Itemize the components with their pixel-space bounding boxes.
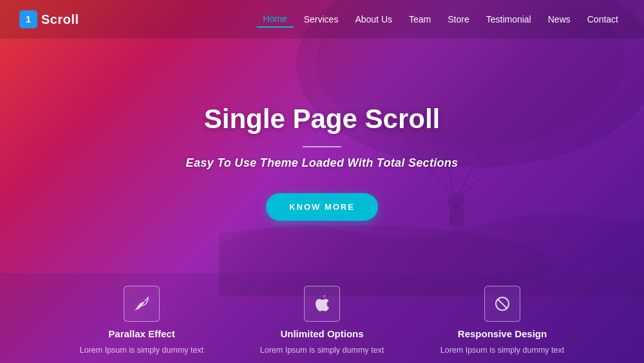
hero-divider [303, 146, 341, 147]
nav-contact[interactable]: Contact [581, 12, 625, 27]
no-symbol-icon [495, 296, 510, 312]
responsive-desc: Lorem Ipsum is simply dummy text [440, 346, 564, 355]
parallax-desc: Lorem Ipsum is simply dummy text [80, 346, 204, 355]
nav-news[interactable]: News [542, 12, 577, 27]
logo: 1 Scroll [19, 10, 79, 28]
navigation: Home Services About Us Team Store Testim… [256, 11, 625, 28]
logo-text: Scroll [41, 12, 79, 27]
nav-services[interactable]: Services [298, 12, 345, 27]
unlimited-desc: Lorem Ipsum is simply dummy text [260, 346, 384, 355]
feature-unlimited: Unlimited Options Lorem Ipsum is simply … [251, 286, 393, 355]
feature-parallax: Parallax Effect Lorem Ipsum is simply du… [71, 286, 213, 355]
nav-store[interactable]: Store [441, 12, 475, 27]
know-more-button[interactable]: KNOW MORE [266, 193, 378, 221]
responsive-title: Responsive Design [458, 328, 547, 339]
hero-subtitle: Easy To Use Theme Loaded With Total Sect… [186, 156, 459, 170]
parallax-icon-box [124, 286, 160, 322]
unlimited-icon-box [304, 286, 340, 322]
leaf-icon [134, 296, 149, 312]
feature-responsive: Responsive Design Lorem Ipsum is simply … [431, 286, 573, 355]
parallax-title: Parallax Effect [108, 328, 175, 339]
nav-team[interactable]: Team [402, 12, 437, 27]
nav-home[interactable]: Home [256, 11, 293, 28]
nav-about-us[interactable]: About Us [348, 12, 399, 27]
svg-line-10 [498, 299, 507, 308]
apple-icon [315, 295, 329, 312]
responsive-icon-box [484, 286, 520, 322]
hero-title: Single Page Scroll [204, 104, 440, 135]
nav-testimonial[interactable]: Testimonial [480, 12, 538, 27]
features-section: Parallax Effect Lorem Ipsum is simply du… [0, 273, 644, 363]
hero-section: 1 Scroll Home Services About Us Team Sto… [0, 0, 644, 363]
header: 1 Scroll Home Services About Us Team Sto… [0, 0, 644, 39]
unlimited-title: Unlimited Options [280, 328, 363, 339]
logo-icon: 1 [19, 10, 37, 28]
